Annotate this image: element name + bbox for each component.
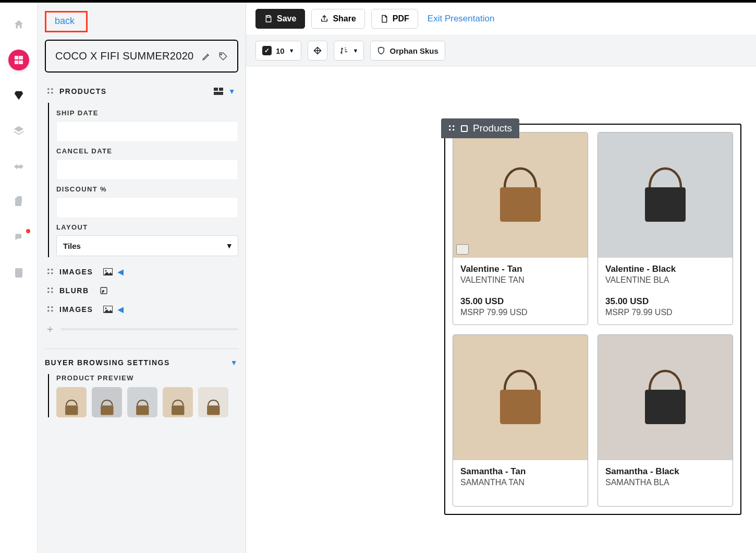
card-sku: VALENTINE TAN [460,275,580,285]
exit-presentation-link[interactable]: Exit Presentation [428,14,495,24]
card-title: Samantha - Tan [460,466,580,477]
card-sku: SAMANTHA TAN [460,478,580,487]
rail-clipboard[interactable] [8,191,29,212]
rail-profile[interactable] [8,262,29,283]
bag-icon [167,396,189,417]
svg-point-24 [47,310,50,312]
products-caret[interactable]: ▼ [228,87,236,95]
svg-rect-41 [645,390,686,424]
panel-tab-label: Products [473,123,512,134]
svg-point-7 [51,92,53,94]
product-card[interactable]: Valentine - Black VALENTINE BLA 35.00 US… [598,132,733,325]
product-card[interactable]: Valentine - Tan VALENTINE TAN 35.00 USDM… [453,132,588,325]
rail-home[interactable] [8,14,29,35]
svg-rect-31 [172,406,184,415]
svg-rect-40 [500,390,541,424]
add-section-button[interactable]: ＋ [45,322,55,336]
tag-title-button[interactable] [218,52,228,61]
layout-label: LAYOUT [56,223,238,231]
svg-rect-38 [500,187,541,222]
card-title: Samantha - Black [605,466,725,477]
rail-chat[interactable] [8,227,29,248]
ship-date-input[interactable] [56,121,238,142]
preview-thumb[interactable] [127,387,157,417]
document-icon [380,15,388,23]
checkbox-outline-icon [461,125,468,132]
product-card[interactable]: Samantha - Tan SAMANTHA TAN [453,334,588,507]
svg-rect-9 [219,88,223,91]
edit-blurb-button[interactable] [100,286,108,295]
cancel-date-input[interactable] [56,159,238,180]
svg-point-17 [47,287,50,290]
svg-point-25 [51,310,53,312]
svg-rect-28 [65,406,78,415]
pdf-button[interactable]: PDF [371,9,418,29]
svg-point-6 [47,92,50,94]
handshake-icon [13,162,25,171]
orphan-skus-button[interactable]: Orphan Skus [370,41,445,61]
svg-point-27 [105,308,107,309]
image-icon[interactable] [103,268,113,275]
svg-point-35 [453,125,455,127]
svg-point-18 [51,287,53,290]
preview-thumb[interactable] [198,387,228,417]
pdf-button-label: PDF [393,14,409,23]
card-sku: SAMANTHA BLA [605,478,725,487]
card-price: 35.00 USD [460,296,580,307]
presentation-title: COCO X FIFI SUMMER2020 [55,50,194,62]
svg-point-34 [449,125,451,127]
rail-deals[interactable] [8,156,29,177]
clipboard-icon [14,196,24,208]
svg-rect-33 [267,16,270,17]
edit-title-button[interactable] [202,52,211,61]
rail-products[interactable] [8,85,29,106]
images-caret[interactable]: ◀ [118,268,125,276]
shield-icon [377,46,385,55]
drag-handle-icon[interactable] [47,268,54,275]
move-button[interactable] [308,41,327,61]
product-card[interactable]: Samantha - Black SAMANTHA BLA [598,334,733,507]
drag-handle-icon[interactable] [47,287,54,294]
rail-brand[interactable] [8,50,29,70]
save-button[interactable]: Save [255,9,305,29]
card-title: Valentine - Black [605,264,725,274]
bag-icon [96,396,118,417]
share-button[interactable]: Share [311,9,364,29]
discount-input[interactable] [56,197,238,218]
orphan-skus-label: Orphan Skus [389,46,438,55]
sidebar: back COCO X FIFI SUMMER2020 PRODUCTS ▼ [38,3,246,553]
images2-caret[interactable]: ◀ [118,305,125,314]
products-view-icon[interactable] [214,88,223,95]
bag-icon [203,396,224,417]
svg-point-23 [51,306,53,308]
buyer-caret[interactable]: ▼ [230,358,238,367]
nav-rail [0,3,38,553]
svg-point-13 [47,272,50,274]
products-panel-tab[interactable]: Products [441,118,519,138]
main-area: Save Share PDF Exit Presentation ✓ 10 ▼ [246,3,756,553]
back-link[interactable]: back [55,16,75,26]
preview-thumb[interactable] [163,387,193,417]
product-preview-label: PRODUCT PREVIEW [56,374,238,382]
count-dropdown[interactable]: ✓ 10 ▼ [255,41,301,61]
card-price: 35.00 USD [605,296,725,307]
bag-icon [626,358,704,437]
svg-point-20 [51,291,53,293]
image-icon[interactable] [103,306,113,313]
preview-thumb[interactable] [92,387,122,417]
layout-select[interactable]: Tiles ▾ [56,235,238,256]
drag-handle-icon[interactable] [47,306,54,313]
sort-button[interactable]: ▼ [334,41,364,61]
svg-point-3 [221,54,222,55]
drag-handle-icon[interactable] [47,88,54,95]
products-panel: Valentine - Tan VALENTINE TAN 35.00 USDM… [444,124,741,515]
rail-layers[interactable] [8,121,29,141]
count-value: 10 [276,46,285,55]
svg-point-11 [47,269,50,271]
bag-icon [132,396,153,417]
buyer-settings-label: BUYER BROWSING SETTINGS [45,358,170,367]
sort-icon [339,46,349,55]
svg-point-22 [47,306,50,308]
preview-thumb[interactable] [56,387,87,417]
discount-label: DISCOUNT % [56,185,238,193]
